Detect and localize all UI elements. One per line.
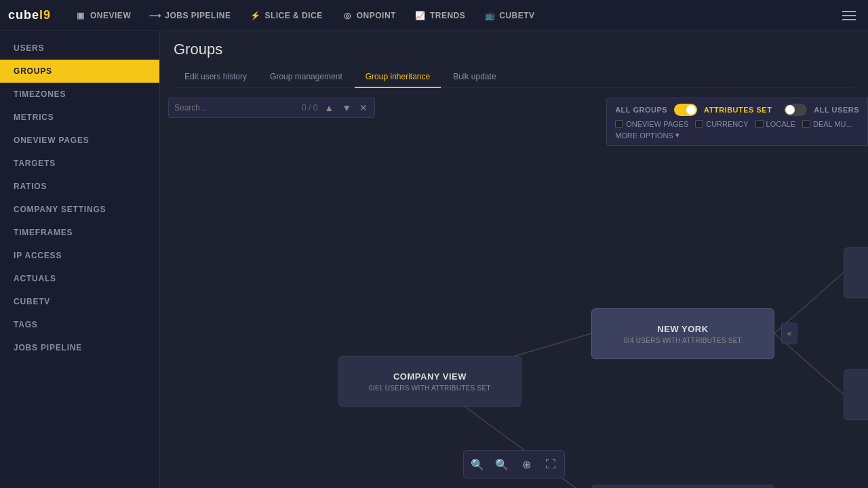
nav-trends[interactable]: 📈 TRENDS [407,6,473,25]
nav-jobs-pipeline[interactable]: ⟶ JOBS PIPELINE [142,6,239,25]
sidebar-item-oneview-pages[interactable]: ONEVIEW PAGES [0,129,159,152]
sidebar-item-groups[interactable]: GROUPS [0,60,159,83]
fullscreen-icon: ⛶ [545,458,556,470]
page-header: Groups Edit users history Group manageme… [160,31,868,88]
tab-group-inheritance[interactable]: Group inheritance [355,66,441,88]
sidebar: USERS GROUPS TIMEZONES METRICS ONEVIEW P… [0,31,160,488]
checkbox-locale[interactable]: LOCALE [755,120,795,128]
search-up-button[interactable]: ▲ [323,101,335,115]
filters-panel: ALL GROUPS ATTRIBUTES SET ALL USERS ONEV… [606,98,868,146]
all-users-toggle[interactable] [784,104,807,116]
collapse-icon: « [787,329,792,338]
group-card-title: NEW YORK [657,324,708,334]
search-input[interactable] [174,103,296,113]
sidebar-item-ip-access[interactable]: IP ACCESS [0,244,159,267]
checkbox-currency[interactable]: CURRENCY [695,120,748,128]
center-button[interactable]: ⊕ [515,453,537,475]
search-down-button[interactable]: ▼ [340,101,353,115]
content-area: Groups Edit users history Group manageme… [160,31,868,488]
zoom-out-icon: 🔍 [471,458,484,471]
sidebar-item-targets[interactable]: TARGETS [0,152,159,175]
group-card-title: COMPANY VIEW [393,371,467,382]
zoom-in-button[interactable]: 🔍 [491,453,513,475]
nav-cubetv[interactable]: 📺 CUBETV [476,6,542,25]
search-clear-button[interactable]: ✕ [358,101,369,115]
trends-icon: 📈 [415,10,426,21]
more-options-button[interactable]: MORE OPTIONS ▾ [615,131,859,140]
group-card-subtitle: 0/4 USERS WITH ATTRIBUTES SET [624,337,742,344]
center-icon: ⊕ [522,458,531,471]
logo-accent: I9 [39,8,51,22]
checkbox-oneview-pages[interactable]: ONEVIEW PAGES [615,120,688,128]
attributes-toggle[interactable] [674,104,697,116]
chevron-down-icon: ▾ [675,131,679,140]
all-groups-label: ALL GROUPS [615,106,667,114]
bottom-toolbar: 🔍 🔍 ⊕ ⛶ [463,450,565,479]
filters-row: ALL GROUPS ATTRIBUTES SET ALL USERS [615,104,859,116]
sidebar-item-users[interactable]: USERS [0,37,159,60]
group-card-healthcare[interactable]: HEALTHCARE 0/3 USERS WITH ATTRIBUTES SET [844,369,868,420]
search-count: 0 / 0 [302,103,317,113]
group-card-singapore[interactable]: SINGAPORE [591,485,774,488]
sidebar-item-ratios[interactable]: RATIOS [0,175,159,198]
nav-onpoint[interactable]: ◎ ONPOINT [334,6,404,25]
connections-svg [160,88,868,488]
sidebar-item-jobs-pipeline[interactable]: JOBS PIPELINE [0,336,159,359]
sidebar-item-timeframes[interactable]: TIMEFRAMES [0,221,159,244]
hamburger-menu[interactable] [838,5,860,26]
sidebar-item-metrics[interactable]: METRICS [0,106,159,129]
collapse-button[interactable]: « [781,323,797,344]
all-users-label: ALL USERS [814,106,859,114]
cubetv-icon: 📺 [484,10,495,21]
tab-bulk-update[interactable]: Bulk update [442,66,507,88]
canvas-area: 0 / 0 ▲ ▼ ✕ ALL GROUPS ATTRIBUTES SET AL… [160,88,868,488]
group-card-energy[interactable]: ENERGY 0/2 USERS WITH ATTRIBUTES SET [844,247,868,298]
sidebar-item-cubetv[interactable]: CUBETV [0,290,159,313]
tab-group-management[interactable]: Group management [259,66,353,88]
top-navigation: cubeI9 ▣ ONEVIEW ⟶ JOBS PIPELINE ⚡ SLICE… [0,0,868,31]
group-card-subtitle: 0/61 USERS WITH ATTRIBUTES SET [369,384,491,392]
tabs-bar: Edit users history Group management Grou… [174,66,854,88]
sidebar-item-actuals[interactable]: ACTUALS [0,267,159,290]
zoom-in-icon: 🔍 [495,458,509,471]
checkbox-deal-mu[interactable]: DEAL MU... [802,120,852,128]
search-bar: 0 / 0 ▲ ▼ ✕ [168,98,375,118]
sidebar-item-tags[interactable]: TAGS [0,313,159,336]
zoom-out-button[interactable]: 🔍 [467,453,488,475]
slice-dice-icon: ⚡ [250,10,260,21]
nav-oneview[interactable]: ▣ ONEVIEW [67,6,139,25]
group-card-company-view[interactable]: COMPANY VIEW 0/61 USERS WITH ATTRIBUTES … [338,356,521,407]
jobs-pipeline-icon: ⟶ [150,10,161,21]
attributes-set-label: ATTRIBUTES SET [704,106,772,114]
sidebar-item-company-settings[interactable]: COMPANY SETTINGS [0,198,159,221]
main-layout: USERS GROUPS TIMEZONES METRICS ONEVIEW P… [0,31,868,488]
page-title: Groups [174,41,854,58]
group-card-new-york[interactable]: NEW YORK 0/4 USERS WITH ATTRIBUTES SET [591,308,774,359]
nav-slice-dice[interactable]: ⚡ SLICE & DICE [241,6,330,25]
onpoint-icon: ◎ [342,10,353,21]
tab-edit-users-history[interactable]: Edit users history [174,66,258,88]
fullscreen-button[interactable]: ⛶ [540,453,561,475]
sidebar-item-timezones[interactable]: TIMEZONES [0,83,159,106]
app-logo: cubeI9 [8,8,51,22]
oneview-icon: ▣ [75,10,86,21]
filters-checkboxes: ONEVIEW PAGES CURRENCY LOCALE DEAL MU... [615,120,859,128]
nav-items: ▣ ONEVIEW ⟶ JOBS PIPELINE ⚡ SLICE & DICE… [67,6,838,25]
